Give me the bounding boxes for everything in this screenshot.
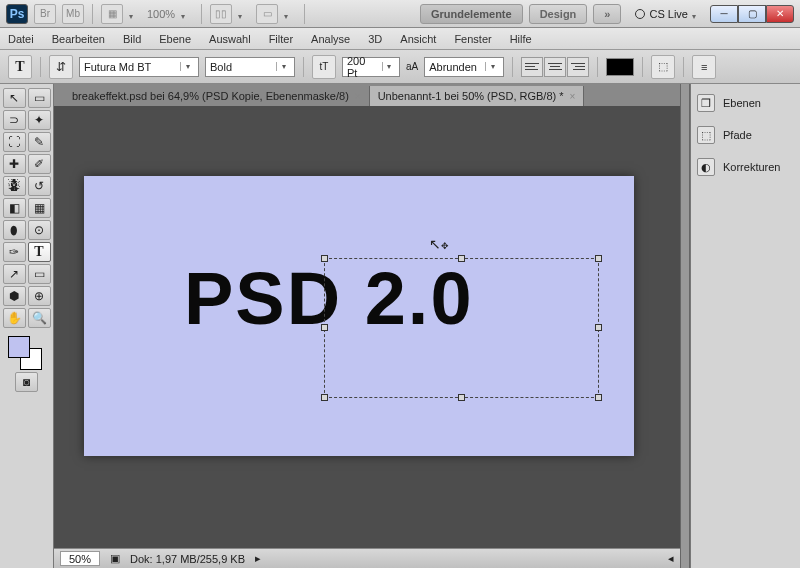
menu-datei[interactable]: Datei: [8, 33, 34, 45]
text-orientation-icon[interactable]: ⇵: [49, 55, 73, 79]
pen-tool[interactable]: ✑: [3, 242, 26, 262]
arrange-icon[interactable]: ▯▯: [210, 4, 232, 24]
zoom-tool[interactable]: 🔍: [28, 308, 51, 328]
dropdown-icon[interactable]: [284, 9, 296, 19]
magic-wand-tool[interactable]: ✦: [28, 110, 51, 130]
eyedropper-tool[interactable]: ✎: [28, 132, 51, 152]
document-tab[interactable]: Unbenannt-1 bei 50% (PSD, RGB/8) *×: [370, 86, 585, 106]
panel-dock: ❒Ebenen ⬚Pfade ◐Korrekturen: [690, 84, 800, 568]
character-panel-icon[interactable]: ≡: [692, 55, 716, 79]
dropdown-icon: [692, 9, 704, 19]
screen-mode-icon[interactable]: ▭: [256, 4, 278, 24]
zoom-field[interactable]: 50%: [60, 551, 100, 566]
menu-fenster[interactable]: Fenster: [454, 33, 491, 45]
menu-bar: Datei Bearbeiten Bild Ebene Auswahl Filt…: [0, 28, 800, 50]
menu-ansicht[interactable]: Ansicht: [400, 33, 436, 45]
healing-tool[interactable]: ✚: [3, 154, 26, 174]
transform-handle[interactable]: [595, 324, 602, 331]
3d-tool[interactable]: ⬢: [3, 286, 26, 306]
cs-live-button[interactable]: CS Live: [635, 8, 704, 20]
transform-handle[interactable]: [321, 394, 328, 401]
text-color-swatch[interactable]: [606, 58, 634, 76]
panel-collapse-bar[interactable]: [680, 84, 690, 568]
bridge-icon[interactable]: Br: [34, 4, 56, 24]
dropdown-icon[interactable]: [129, 9, 141, 19]
workspace-more[interactable]: »: [593, 4, 621, 24]
window-close-button[interactable]: ✕: [766, 5, 794, 23]
transform-handle[interactable]: [458, 255, 465, 262]
transform-handle[interactable]: [321, 255, 328, 262]
cslive-icon: [635, 9, 645, 19]
panel-pfade[interactable]: ⬚Pfade: [697, 126, 794, 144]
canvas[interactable]: PSD 2.0: [84, 176, 634, 456]
tool-preset-icon[interactable]: T: [8, 55, 32, 79]
menu-analyse[interactable]: Analyse: [311, 33, 350, 45]
eraser-tool[interactable]: ◧: [3, 198, 26, 218]
scroll-left-icon[interactable]: ◂: [668, 552, 674, 565]
marquee-tool[interactable]: ▭: [28, 88, 51, 108]
quick-mask-toggle[interactable]: ◙: [15, 372, 38, 392]
window-maximize-button[interactable]: ▢: [738, 5, 766, 23]
brush-tool[interactable]: ✐: [28, 154, 51, 174]
app-logo: Ps: [6, 4, 28, 24]
document-tabstrip: breakeffekt.psd bei 64,9% (PSD Kopie, Eb…: [54, 84, 680, 106]
panel-ebenen[interactable]: ❒Ebenen: [697, 94, 794, 112]
font-weight-input[interactable]: Bold▾: [205, 57, 295, 77]
crop-tool[interactable]: ⛶: [3, 132, 26, 152]
gradient-tool[interactable]: ▦: [28, 198, 51, 218]
transform-handle[interactable]: [321, 324, 328, 331]
align-center-button[interactable]: [544, 57, 566, 77]
font-size-input[interactable]: 200 Pt▾: [342, 57, 400, 77]
canvas-viewport[interactable]: PSD 2.0 ↖✥: [54, 106, 680, 548]
status-bar: 50% ▣ Dok: 1,97 MB/255,9 KB ▸ ◂: [54, 548, 680, 568]
font-family-input[interactable]: Futura Md BT▾: [79, 57, 199, 77]
workspace-design[interactable]: Design: [529, 4, 588, 24]
document-tab[interactable]: breakeffekt.psd bei 64,9% (PSD Kopie, Eb…: [64, 86, 370, 106]
close-icon[interactable]: ×: [355, 91, 361, 102]
dropdown-icon[interactable]: [238, 9, 250, 19]
foreground-color[interactable]: [8, 336, 30, 358]
menu-hilfe[interactable]: Hilfe: [510, 33, 532, 45]
close-icon[interactable]: ×: [570, 91, 576, 102]
doc-info-icon[interactable]: ▣: [110, 552, 120, 565]
antialias-icon: aA: [406, 61, 418, 72]
shape-tool[interactable]: ▭: [28, 264, 51, 284]
adjustments-icon: ◐: [697, 158, 715, 176]
stamp-tool[interactable]: ⛇: [3, 176, 26, 196]
align-right-button[interactable]: [567, 57, 589, 77]
dropdown-icon[interactable]: [181, 9, 193, 19]
options-bar: T ⇵ Futura Md BT▾ Bold▾ tT 200 Pt▾ aA Ab…: [0, 50, 800, 84]
menu-bild[interactable]: Bild: [123, 33, 141, 45]
transform-handle[interactable]: [458, 394, 465, 401]
path-select-tool[interactable]: ↗: [3, 264, 26, 284]
menu-ebene[interactable]: Ebene: [159, 33, 191, 45]
3d-camera-tool[interactable]: ⊕: [28, 286, 51, 306]
antialias-input[interactable]: Abrunden▾: [424, 57, 504, 77]
dodge-tool[interactable]: ⊙: [28, 220, 51, 240]
view-extras-icon[interactable]: ▦: [101, 4, 123, 24]
panel-korrekturen[interactable]: ◐Korrekturen: [697, 158, 794, 176]
mini-bridge-icon[interactable]: Mb: [62, 4, 84, 24]
layers-icon: ❒: [697, 94, 715, 112]
color-swatches[interactable]: [2, 334, 51, 370]
workspace-grundelemente[interactable]: Grundelemente: [420, 4, 523, 24]
transform-handle[interactable]: [595, 394, 602, 401]
type-tool[interactable]: T: [28, 242, 51, 262]
lasso-tool[interactable]: ⊃: [3, 110, 26, 130]
align-left-button[interactable]: [521, 57, 543, 77]
transform-handle[interactable]: [595, 255, 602, 262]
menu-filter[interactable]: Filter: [269, 33, 293, 45]
hand-tool[interactable]: ✋: [3, 308, 26, 328]
transform-box[interactable]: [324, 258, 599, 398]
font-size-icon: tT: [312, 55, 336, 79]
menu-bearbeiten[interactable]: Bearbeiten: [52, 33, 105, 45]
info-dropdown-icon[interactable]: ▸: [255, 552, 261, 565]
menu-auswahl[interactable]: Auswahl: [209, 33, 251, 45]
menu-3d[interactable]: 3D: [368, 33, 382, 45]
window-minimize-button[interactable]: ─: [710, 5, 738, 23]
move-tool[interactable]: ↖: [3, 88, 26, 108]
history-brush-tool[interactable]: ↺: [28, 176, 51, 196]
warp-text-icon[interactable]: ⬚: [651, 55, 675, 79]
zoom-level[interactable]: 100%: [147, 8, 175, 20]
blur-tool[interactable]: ⬮: [3, 220, 26, 240]
